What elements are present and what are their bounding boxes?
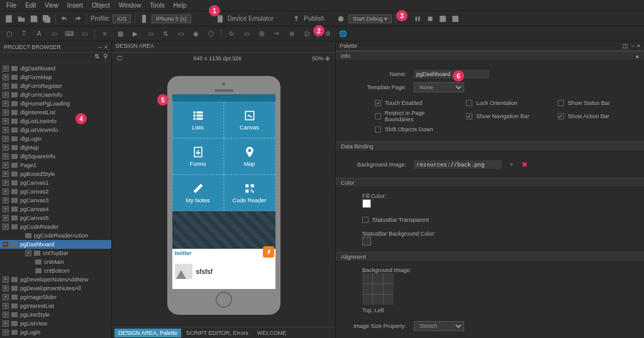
menu-tools[interactable]: Tools: [146, 1, 168, 10]
scroll-up-button[interactable]: ⬆: [263, 246, 274, 258]
list-icon[interactable]: ≡: [100, 29, 110, 39]
bgimage-input[interactable]: [414, 160, 502, 169]
tab-script[interactable]: SCRIPT EDITOR, Errors: [182, 329, 252, 337]
menu-view[interactable]: View: [41, 1, 62, 10]
expander-icon[interactable]: +: [3, 180, 9, 186]
tree-item-pgBoxedStyle[interactable]: +pgBoxedStyle: [0, 170, 111, 178]
tree-item-pgCanvas4[interactable]: +pgCanvas4: [0, 205, 111, 214]
expander-icon[interactable]: +: [3, 153, 9, 160]
tree-item-pgDashboard[interactable]: −pgDashboard: [0, 240, 111, 249]
tree-item-pgInterestList[interactable]: +pgInterestList: [0, 302, 111, 310]
expander-icon[interactable]: +: [25, 250, 31, 256]
tab-design[interactable]: DESIGN AREA, Palette: [114, 329, 181, 337]
alignment-grid[interactable]: [362, 273, 394, 305]
dash-reader[interactable]: Code Reader: [224, 175, 275, 211]
color-section[interactable]: Color: [336, 178, 644, 188]
project-tree[interactable]: +dlgDashboard+dlgFormMap+dlgFormRegister…: [0, 62, 111, 338]
debug-tool-icon[interactable]: [438, 14, 448, 24]
tree-item-pgLogin[interactable]: +pgLogin: [0, 328, 111, 337]
tree-item-pgCanvas3[interactable]: +pgCanvas3: [0, 196, 111, 205]
remove-bg-icon[interactable]: ✖: [521, 160, 528, 169]
menu-object[interactable]: Object: [88, 1, 114, 10]
tree-item-pgCanvas5[interactable]: +pgCanvas5: [0, 214, 111, 222]
open-icon[interactable]: [16, 14, 26, 24]
tree-item-dlgListLineInfo[interactable]: +dlgListLineInfo: [0, 117, 111, 126]
tab-welcome[interactable]: WELCOME: [253, 329, 291, 337]
sort-icon[interactable]: ⇅: [94, 53, 99, 61]
expander-icon[interactable]: +: [3, 118, 9, 124]
dash-notes[interactable]: My Notes: [172, 175, 224, 211]
design-canvas[interactable]: Lists Canvas Forms Map My Notes Code Rea…: [112, 64, 335, 327]
expander-icon[interactable]: +: [3, 329, 9, 335]
add-bg-icon[interactable]: +: [509, 160, 514, 169]
expander-icon[interactable]: +: [3, 83, 9, 89]
tree-item-pgCanvas2[interactable]: +pgCanvas2: [0, 187, 111, 196]
tree-item-cntTopBar[interactable]: +cntTopBar: [0, 249, 111, 258]
tree-item-pgCanvas1[interactable]: +pgCanvas1: [0, 178, 111, 187]
scroll-icon[interactable]: ⇅: [160, 29, 170, 39]
debug-dropdown[interactable]: Start Debug ▾: [348, 14, 392, 23]
expander-icon[interactable]: +: [3, 303, 9, 309]
alignment-section[interactable]: Alignment: [336, 252, 644, 262]
expander-icon[interactable]: +: [3, 65, 9, 72]
input-icon[interactable]: ⌨: [64, 29, 74, 39]
dock-icon[interactable]: ◫: [623, 43, 628, 49]
imgsize-select[interactable]: Stretch: [414, 321, 464, 331]
expander-icon[interactable]: +: [3, 101, 9, 107]
expander-icon[interactable]: +: [3, 136, 9, 142]
tree-item-cntMain[interactable]: cntMain: [0, 258, 111, 266]
map-tool-icon[interactable]: ◉: [191, 29, 201, 39]
expander-icon[interactable]: +: [3, 74, 9, 80]
device-screen[interactable]: Lists Canvas Forms Map My Notes Code Rea…: [172, 94, 275, 289]
feed-item[interactable]: sfsfsf: [172, 259, 275, 284]
template-select[interactable]: None: [414, 82, 464, 92]
expander-icon[interactable]: +: [3, 144, 9, 151]
dash-lists[interactable]: Lists: [172, 102, 224, 138]
saveall-icon[interactable]: [42, 14, 52, 24]
sbtrans-checkbox[interactable]: [362, 217, 369, 223]
label-icon[interactable]: A: [34, 29, 44, 39]
sbcolor-swatch[interactable]: [362, 237, 371, 246]
expander-icon[interactable]: +: [3, 188, 9, 195]
expander-icon[interactable]: +: [3, 92, 9, 98]
web-icon[interactable]: ⬡: [206, 29, 216, 39]
expander-icon[interactable]: +: [3, 294, 9, 300]
name-input[interactable]: [414, 70, 489, 79]
menu-window[interactable]: Window: [115, 1, 145, 10]
tree-item-dlgLogin[interactable]: +dlgLogin: [0, 134, 111, 143]
touch-checkbox[interactable]: ✓: [375, 100, 381, 106]
fillcolor-swatch[interactable]: [362, 199, 371, 208]
tree-item-dlgHomePgLoading[interactable]: +dlgHomePgLoading: [0, 99, 111, 108]
tree-item-pgDevelopmentNotesAll[interactable]: +pgDevelopmentNotesAll: [0, 284, 111, 293]
expander-icon[interactable]: +: [3, 285, 9, 292]
navbar-checkbox[interactable]: ✓: [466, 113, 472, 119]
menu-help[interactable]: Help: [170, 1, 191, 10]
dash-forms[interactable]: Forms: [172, 138, 224, 175]
rotate-icon[interactable]: ↻: [226, 29, 236, 39]
info-section[interactable]: Info▴: [336, 51, 644, 61]
close-palette-icon[interactable]: ×: [637, 43, 640, 49]
tree-item-pgCodeReaderAction[interactable]: pgCodeReaderAction: [0, 231, 111, 240]
tree-item-dlgSquareInfo[interactable]: +dlgSquareInfo: [0, 152, 111, 161]
tree-item-dlgListViewInfo[interactable]: +dlgListViewInfo: [0, 126, 111, 134]
save-icon[interactable]: [29, 14, 39, 24]
dash-map[interactable]: Map: [224, 138, 275, 175]
new-icon[interactable]: [4, 14, 14, 24]
expander-icon[interactable]: +: [3, 206, 9, 212]
cursor-icon[interactable]: ▢: [4, 29, 14, 39]
profile-dropdown[interactable]: iOS: [113, 14, 131, 23]
min-icon[interactable]: −: [631, 43, 634, 49]
dash-canvas[interactable]: Canvas: [224, 102, 275, 138]
tree-item-dlgFormRegister[interactable]: +dlgFormRegister: [0, 82, 111, 90]
expander-icon[interactable]: +: [3, 109, 9, 116]
expander-icon[interactable]: +: [3, 127, 9, 133]
publish-button[interactable]: Publish: [304, 15, 325, 22]
zoom-in-icon[interactable]: ⊕: [325, 55, 330, 62]
tree-item-pgCodeReader[interactable]: +pgCodeReader: [0, 222, 111, 231]
statusbar-checkbox[interactable]: [558, 100, 564, 106]
monitor-icon[interactable]: 🖵: [117, 55, 123, 62]
step-in-icon[interactable]: [413, 14, 423, 24]
tree-item-dlgDashboard[interactable]: +dlgDashboard: [0, 64, 111, 73]
tree-item-pgImageSlider[interactable]: +pgImageSlider: [0, 293, 111, 302]
expander-icon[interactable]: −: [3, 241, 9, 248]
